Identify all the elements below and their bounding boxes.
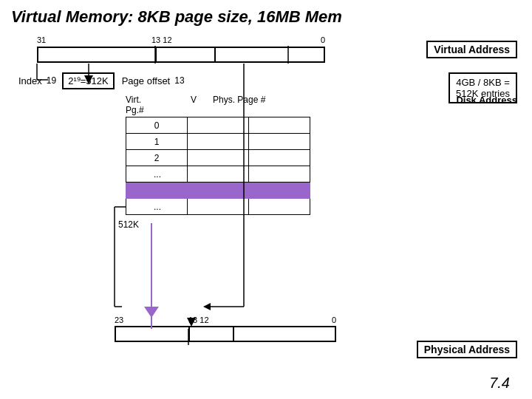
phys-highlight	[249, 183, 310, 199]
table-row: 2	[126, 150, 310, 166]
virt-0: 0	[126, 117, 188, 134]
bit1312-label-top: 13 12	[151, 35, 172, 44]
top-address-bar: 31 13 12 0	[37, 46, 325, 64]
info-line1: 4GB / 8KB =	[456, 77, 510, 88]
bottom-seg2	[188, 326, 233, 342]
virt-dots1: ...	[126, 166, 188, 183]
addr-seg-offset	[214, 47, 325, 63]
addr-seg-middle	[155, 47, 214, 63]
bit19-label: 19	[47, 75, 56, 86]
bit0-label-bottom: 0	[332, 316, 336, 324]
bit1312-label-bottom: 13 12	[188, 316, 209, 324]
addr-seg-index	[37, 47, 155, 63]
pow-box: 2¹⁹=512K	[62, 72, 115, 89]
bottom-address-bar: 23 13 12 0	[115, 326, 336, 344]
bit23-label: 23	[115, 316, 123, 324]
table-row-highlight	[126, 183, 310, 199]
th-v: V	[191, 95, 213, 105]
table-subheader: Pg.#	[126, 105, 392, 115]
virt-highlight	[126, 183, 188, 199]
page-table: 0 1 2 ...	[126, 117, 310, 215]
bit31-label: 31	[37, 35, 46, 44]
phys-0	[249, 117, 310, 134]
phys-dots1	[249, 166, 310, 183]
virtual-address-box: Virtual Address	[426, 41, 517, 58]
v-1	[188, 134, 249, 150]
page-title: Virtual Memory: 8KB page size, 16MB Mem	[11, 7, 521, 27]
phys-1	[249, 134, 310, 150]
virt-2: 2	[126, 150, 188, 166]
virt-1: 1	[126, 134, 188, 150]
bit13-label: 13	[174, 75, 184, 86]
th-phys-pg: Phys. Page #	[213, 95, 272, 105]
table-row: 1	[126, 134, 310, 150]
footer-note: 7.4	[489, 375, 510, 392]
svg-marker-8	[203, 303, 211, 310]
bottom-seg1	[115, 326, 188, 342]
index-row: Index 19 2¹⁹=512K Page offset 13	[18, 72, 185, 89]
v-0	[188, 117, 249, 134]
disk-address-label: Disk Address	[456, 95, 517, 106]
virt-dots2: ...	[126, 199, 188, 215]
table-wrapper: 0 1 2 ...	[126, 117, 392, 215]
v-highlight	[188, 183, 249, 199]
table-row: 0	[126, 117, 310, 134]
v-dots1	[188, 166, 249, 183]
main-container: Virtual Memory: 8KB page size, 16MB Mem …	[0, 0, 532, 399]
table-row-dots: ...	[126, 166, 310, 183]
row-512k-label: 512K	[118, 219, 139, 230]
physical-address-box: Physical Address	[417, 341, 517, 358]
phys-2	[249, 150, 310, 166]
table-header: Virt. V Phys. Page #	[126, 95, 392, 105]
th-virt-pg: Virt.	[126, 95, 177, 105]
table-row-dots2: ...	[126, 199, 310, 215]
index-label: Index	[18, 75, 42, 86]
v-2	[188, 150, 249, 166]
bottom-seg3	[233, 326, 336, 342]
svg-marker-5	[144, 307, 159, 318]
bit0-label-top: 0	[321, 35, 325, 44]
page-offset-label: Page offset	[122, 75, 171, 86]
phys-dots2	[249, 199, 310, 215]
v-dots2	[188, 199, 249, 215]
th-pg-hash: Pg.#	[126, 105, 177, 115]
page-table-container: Virt. V Phys. Page # Pg.# 0 1	[126, 95, 392, 215]
